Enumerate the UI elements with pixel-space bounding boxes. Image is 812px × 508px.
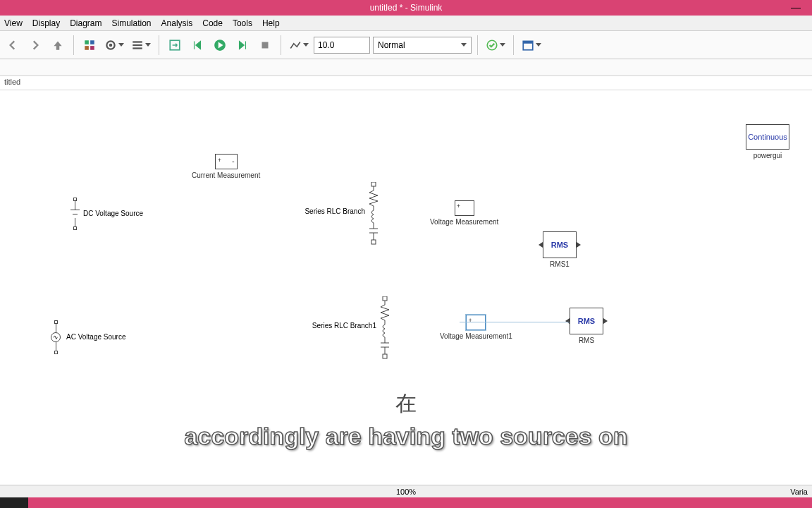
checkmark-button[interactable] [484, 35, 508, 55]
library-browser-button[interactable] [80, 35, 99, 55]
menu-view[interactable]: View [4, 18, 23, 28]
schedule-button[interactable] [519, 35, 543, 55]
breadcrumb-path: titled [4, 78, 20, 86]
minimize-button[interactable]: — [791, 1, 801, 13]
nav-back-button[interactable] [3, 35, 23, 55]
block-current-measurement[interactable]: Current Measurement [192, 154, 260, 179]
block-label: Series RLC Branch1 [312, 322, 376, 329]
nav-up-button[interactable] [48, 35, 68, 55]
powergui-mode: Continuous [748, 133, 787, 141]
menu-simulation[interactable]: Simulation [112, 18, 152, 28]
taskbar [0, 497, 812, 508]
block-label: DC Voltage Source [83, 210, 143, 217]
menu-code[interactable]: Code [202, 18, 223, 28]
taskbar-item[interactable] [0, 497, 28, 508]
svg-rect-14 [523, 41, 533, 43]
run-button[interactable] [210, 35, 230, 55]
rms-text: RMS [578, 317, 595, 325]
menu-analysis[interactable]: Analysis [161, 18, 193, 28]
block-ac-voltage-source[interactable]: ∿ AC Voltage Source [51, 320, 61, 354]
menu-display[interactable]: Display [32, 18, 60, 28]
block-powergui[interactable]: Continuous powergui [746, 124, 789, 159]
svg-point-5 [109, 43, 113, 47]
rms-text: RMS [551, 241, 568, 249]
block-label: powergui [746, 152, 789, 159]
simulation-mode-label: Normal [378, 40, 405, 50]
step-back-button[interactable] [187, 35, 207, 55]
block-dc-voltage-source[interactable]: DC Voltage Source [70, 200, 79, 228]
breadcrumb[interactable]: titled [0, 76, 812, 90]
window-title: untitled * - Simulink [370, 3, 443, 13]
simulation-mode-select[interactable]: Normal [373, 37, 472, 54]
stop-button[interactable] [255, 35, 275, 55]
sub-toolbar [0, 59, 812, 76]
subtitle-cn: 在 [395, 389, 417, 418]
subtitle-en: accordingly are having two sources on [184, 423, 627, 450]
svg-rect-30 [383, 354, 387, 358]
svg-rect-3 [90, 46, 94, 50]
block-rms1[interactable]: RMS RMS1 [543, 231, 577, 268]
title-bar: untitled * - Simulink — [0, 0, 812, 16]
block-label: Voltage Measurement [430, 218, 498, 226]
svg-rect-11 [262, 42, 269, 48]
zoom-level[interactable]: 100% [396, 488, 416, 496]
block-series-rlc-branch[interactable]: Series RLC Branch [367, 182, 381, 251]
block-label: RMS1 [543, 260, 577, 268]
svg-rect-2 [85, 46, 89, 50]
svg-rect-22 [371, 240, 376, 244]
svg-rect-7 [133, 44, 142, 45]
block-label: AC Voltage Source [66, 333, 126, 341]
stop-time-input[interactable] [314, 37, 370, 54]
block-label: Voltage Measurement1 [440, 332, 512, 340]
signal-wire [460, 322, 570, 322]
menu-tools[interactable]: Tools [233, 18, 252, 28]
block-rms[interactable]: RMS RMS [570, 308, 603, 344]
model-canvas[interactable]: Current Measurement DC Voltage Source ∿ … [0, 90, 812, 485]
menu-diagram[interactable]: Diagram [70, 18, 102, 28]
svg-rect-23 [383, 296, 387, 301]
model-explorer-button[interactable] [129, 35, 153, 55]
svg-rect-6 [133, 41, 142, 42]
status-bar: 100% Varia [0, 485, 812, 497]
signal-logging-button[interactable] [287, 35, 311, 55]
block-voltage-measurement[interactable]: Voltage Measurement [430, 200, 498, 226]
block-label: RMS [570, 337, 603, 344]
model-config-button[interactable] [102, 35, 126, 55]
block-label: Current Measurement [192, 171, 260, 179]
menu-help[interactable]: Help [262, 18, 280, 28]
toolbar: Normal [0, 31, 812, 59]
svg-rect-8 [133, 47, 142, 49]
nav-forward-button[interactable] [25, 35, 45, 55]
block-voltage-measurement1[interactable]: Voltage Measurement1 [440, 315, 512, 340]
svg-rect-15 [371, 182, 376, 186]
block-series-rlc-branch1[interactable]: Series RLC Branch1 [378, 296, 392, 365]
update-diagram-button[interactable] [165, 35, 185, 55]
step-forward-button[interactable] [233, 35, 252, 55]
block-label: Series RLC Branch [304, 207, 365, 215]
status-right: Varia [790, 488, 808, 496]
menu-bar: View Display Diagram Simulation Analysis… [0, 16, 812, 31]
svg-rect-0 [85, 40, 89, 44]
svg-rect-1 [90, 40, 94, 44]
